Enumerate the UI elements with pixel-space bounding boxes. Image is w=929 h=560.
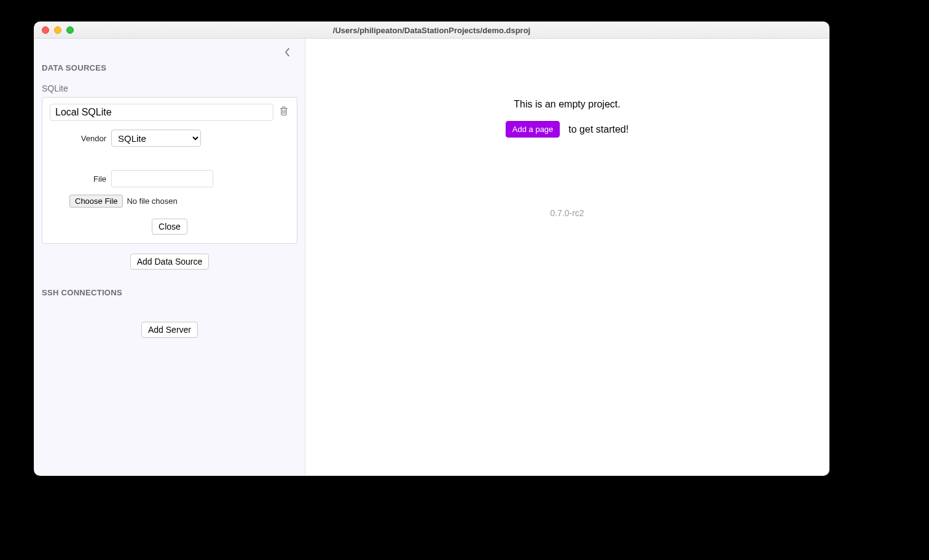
window-title: /Users/philipeaton/DataStationProjects/d… [34,26,829,35]
close-row: Close [50,219,289,235]
add-server-button[interactable]: Add Server [141,322,198,338]
trash-icon [280,106,288,119]
file-picker-row: Choose File No file chosen [69,195,289,208]
get-started-text: to get started! [568,124,629,135]
vendor-label: Vendor [50,134,111,143]
ssh-section: SSH CONNECTIONS Add Server [42,288,297,338]
close-card-button[interactable]: Close [152,219,187,235]
collapse-sidebar-button[interactable] [281,45,294,62]
titlebar: /Users/philipeaton/DataStationProjects/d… [34,22,829,39]
file-row: File [50,170,289,187]
sidebar: DATA SOURCES SQLite Vendor [34,39,305,475]
card-header-row [50,104,289,121]
version-label: 0.7.0-rc2 [305,208,829,218]
data-sources-heading: DATA SOURCES [42,63,297,72]
main-panel: This is an empty project. Add a page to … [305,39,829,475]
add-server-row: Add Server [42,322,297,338]
add-data-source-button[interactable]: Add Data Source [130,254,210,270]
add-page-button[interactable]: Add a page [506,121,560,138]
empty-project-message: This is an empty project. [305,99,829,110]
chevron-left-icon [285,48,290,59]
data-source-card: Vendor SQLite File Choose File No file c… [42,97,297,244]
add-page-row: Add a page to get started! [305,121,829,138]
file-label: File [50,174,111,184]
delete-data-source-button[interactable] [278,107,289,118]
vendor-select[interactable]: SQLite [111,130,201,147]
choose-file-button[interactable]: Choose File [69,195,123,208]
content-area: DATA SOURCES SQLite Vendor [34,39,829,475]
vendor-row: Vendor SQLite [50,130,289,147]
app-window: /Users/philipeaton/DataStationProjects/d… [34,21,829,476]
no-file-chosen-label: No file chosen [127,196,177,206]
data-source-type-label: SQLite [42,84,297,93]
file-path-input[interactable] [111,170,213,187]
ssh-connections-heading: SSH CONNECTIONS [42,288,297,297]
add-data-source-row: Add Data Source [42,254,297,270]
data-source-name-input[interactable] [50,104,273,121]
